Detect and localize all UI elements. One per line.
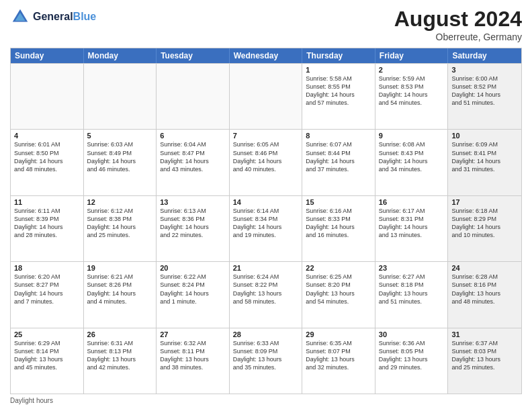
cell-info: Sunrise: 6:00 AM Sunset: 8:52 PM Dayligh…	[451, 75, 518, 107]
header-wednesday: Wednesday	[230, 48, 303, 63]
cell-info: Sunrise: 6:11 AM Sunset: 8:39 PM Dayligh…	[14, 207, 80, 240]
cell-info: Sunrise: 6:22 AM Sunset: 8:24 PM Dayligh…	[160, 273, 226, 306]
day-number: 14	[233, 198, 299, 206]
cell-info: Sunrise: 6:05 AM Sunset: 8:46 PM Dayligh…	[233, 140, 299, 173]
calendar-body: 1Sunrise: 5:58 AM Sunset: 8:55 PM Daylig…	[11, 63, 521, 394]
cell-info: Sunrise: 6:25 AM Sunset: 8:20 PM Dayligh…	[306, 273, 371, 306]
header-thursday: Thursday	[302, 48, 375, 63]
cell-info: Sunrise: 6:13 AM Sunset: 8:36 PM Dayligh…	[160, 207, 226, 240]
day-number: 1	[306, 66, 371, 74]
day-number: 28	[233, 330, 299, 338]
day-number: 21	[233, 264, 299, 272]
logo-text: GeneralBlue	[33, 11, 96, 23]
cal-cell-0-6: 3Sunrise: 6:00 AM Sunset: 8:52 PM Daylig…	[448, 64, 521, 129]
cal-row-2: 11Sunrise: 6:11 AM Sunset: 8:39 PM Dayli…	[11, 195, 521, 261]
cal-cell-3-0: 18Sunrise: 6:20 AM Sunset: 8:27 PM Dayli…	[11, 262, 84, 327]
cal-cell-4-6: 31Sunrise: 6:37 AM Sunset: 8:03 PM Dayli…	[448, 328, 521, 394]
cell-info: Sunrise: 6:35 AM Sunset: 8:07 PM Dayligh…	[306, 339, 371, 372]
cal-cell-1-4: 8Sunrise: 6:07 AM Sunset: 8:44 PM Daylig…	[302, 130, 375, 195]
cal-row-0: 1Sunrise: 5:58 AM Sunset: 8:55 PM Daylig…	[11, 63, 521, 129]
day-number: 2	[379, 66, 445, 74]
cal-cell-1-6: 10Sunrise: 6:09 AM Sunset: 8:41 PM Dayli…	[448, 130, 521, 195]
day-number: 29	[306, 330, 371, 338]
cal-cell-0-4: 1Sunrise: 5:58 AM Sunset: 8:55 PM Daylig…	[302, 64, 375, 129]
cell-info: Sunrise: 6:28 AM Sunset: 8:16 PM Dayligh…	[451, 273, 518, 306]
day-number: 19	[87, 264, 153, 272]
cal-cell-4-5: 30Sunrise: 6:36 AM Sunset: 8:05 PM Dayli…	[375, 328, 449, 394]
day-number: 31	[451, 330, 518, 338]
cal-cell-2-1: 12Sunrise: 6:12 AM Sunset: 8:38 PM Dayli…	[84, 196, 157, 261]
day-number: 4	[14, 132, 80, 140]
cell-info: Sunrise: 6:07 AM Sunset: 8:44 PM Dayligh…	[306, 140, 371, 173]
cal-cell-2-5: 16Sunrise: 6:17 AM Sunset: 8:31 PM Dayli…	[375, 196, 449, 261]
cal-cell-3-4: 22Sunrise: 6:25 AM Sunset: 8:20 PM Dayli…	[302, 262, 375, 327]
header-saturday: Saturday	[448, 48, 521, 63]
day-number: 13	[160, 198, 226, 206]
cal-cell-3-2: 20Sunrise: 6:22 AM Sunset: 8:24 PM Dayli…	[157, 262, 230, 327]
cal-row-4: 25Sunrise: 6:29 AM Sunset: 8:14 PM Dayli…	[11, 328, 521, 394]
day-number: 20	[160, 264, 226, 272]
cal-cell-0-0	[11, 64, 84, 129]
day-number: 11	[14, 198, 80, 206]
cal-cell-0-5: 2Sunrise: 5:59 AM Sunset: 8:53 PM Daylig…	[375, 64, 449, 129]
cell-info: Sunrise: 6:32 AM Sunset: 8:11 PM Dayligh…	[160, 339, 226, 372]
title-block: August 2024 Oberreute, Germany	[394, 7, 522, 42]
header-sunday: Sunday	[11, 48, 84, 63]
location: Oberreute, Germany	[394, 32, 522, 42]
day-number: 15	[306, 198, 371, 206]
month-year: August 2024	[394, 7, 522, 32]
cal-cell-2-4: 15Sunrise: 6:16 AM Sunset: 8:33 PM Dayli…	[302, 196, 375, 261]
header: GeneralBlue August 2024 Oberreute, Germa…	[10, 7, 522, 42]
cal-cell-0-2	[157, 64, 230, 129]
cell-info: Sunrise: 5:58 AM Sunset: 8:55 PM Dayligh…	[306, 75, 371, 107]
day-number: 5	[87, 132, 153, 140]
header-friday: Friday	[375, 48, 449, 63]
cal-cell-1-0: 4Sunrise: 6:01 AM Sunset: 8:50 PM Daylig…	[11, 130, 84, 195]
cal-cell-3-3: 21Sunrise: 6:24 AM Sunset: 8:22 PM Dayli…	[230, 262, 303, 327]
cal-cell-3-5: 23Sunrise: 6:27 AM Sunset: 8:18 PM Dayli…	[375, 262, 449, 327]
cal-row-3: 18Sunrise: 6:20 AM Sunset: 8:27 PM Dayli…	[11, 261, 521, 327]
cell-info: Sunrise: 6:20 AM Sunset: 8:27 PM Dayligh…	[14, 273, 80, 306]
cal-cell-2-3: 14Sunrise: 6:14 AM Sunset: 8:34 PM Dayli…	[230, 196, 303, 261]
cell-info: Sunrise: 6:14 AM Sunset: 8:34 PM Dayligh…	[233, 207, 299, 240]
day-number: 7	[233, 132, 299, 140]
cal-cell-4-1: 26Sunrise: 6:31 AM Sunset: 8:13 PM Dayli…	[84, 328, 157, 394]
day-number: 9	[379, 132, 445, 140]
cal-cell-1-1: 5Sunrise: 6:03 AM Sunset: 8:49 PM Daylig…	[84, 130, 157, 195]
calendar-header: Sunday Monday Tuesday Wednesday Thursday…	[11, 48, 521, 63]
logo-icon	[10, 7, 30, 27]
cell-info: Sunrise: 6:03 AM Sunset: 8:49 PM Dayligh…	[87, 140, 153, 173]
cal-cell-4-4: 29Sunrise: 6:35 AM Sunset: 8:07 PM Dayli…	[302, 328, 375, 394]
cell-info: Sunrise: 6:17 AM Sunset: 8:31 PM Dayligh…	[379, 207, 445, 240]
day-number: 16	[379, 198, 445, 206]
cal-cell-2-0: 11Sunrise: 6:11 AM Sunset: 8:39 PM Dayli…	[11, 196, 84, 261]
calendar: Sunday Monday Tuesday Wednesday Thursday…	[10, 48, 522, 394]
footer-note: Daylight hours	[10, 397, 522, 404]
cell-info: Sunrise: 6:29 AM Sunset: 8:14 PM Dayligh…	[14, 339, 80, 372]
logo: GeneralBlue	[10, 7, 96, 27]
cell-info: Sunrise: 6:18 AM Sunset: 8:29 PM Dayligh…	[451, 207, 518, 240]
cell-info: Sunrise: 6:08 AM Sunset: 8:43 PM Dayligh…	[379, 140, 445, 173]
day-number: 18	[14, 264, 80, 272]
day-number: 6	[160, 132, 226, 140]
cell-info: Sunrise: 6:01 AM Sunset: 8:50 PM Dayligh…	[14, 140, 80, 173]
cal-cell-1-3: 7Sunrise: 6:05 AM Sunset: 8:46 PM Daylig…	[230, 130, 303, 195]
page: GeneralBlue August 2024 Oberreute, Germa…	[0, 0, 532, 411]
cal-cell-2-2: 13Sunrise: 6:13 AM Sunset: 8:36 PM Dayli…	[157, 196, 230, 261]
header-tuesday: Tuesday	[157, 48, 230, 63]
cal-row-1: 4Sunrise: 6:01 AM Sunset: 8:50 PM Daylig…	[11, 129, 521, 195]
cal-cell-0-3	[230, 64, 303, 129]
cal-cell-1-5: 9Sunrise: 6:08 AM Sunset: 8:43 PM Daylig…	[375, 130, 449, 195]
cal-cell-3-1: 19Sunrise: 6:21 AM Sunset: 8:26 PM Dayli…	[84, 262, 157, 327]
cell-info: Sunrise: 6:09 AM Sunset: 8:41 PM Dayligh…	[451, 140, 518, 173]
cal-cell-1-2: 6Sunrise: 6:04 AM Sunset: 8:47 PM Daylig…	[157, 130, 230, 195]
day-number: 22	[306, 264, 371, 272]
cal-cell-4-0: 25Sunrise: 6:29 AM Sunset: 8:14 PM Dayli…	[11, 328, 84, 394]
header-monday: Monday	[84, 48, 157, 63]
day-number: 3	[451, 66, 518, 74]
cell-info: Sunrise: 6:33 AM Sunset: 8:09 PM Dayligh…	[233, 339, 299, 372]
day-number: 12	[87, 198, 153, 206]
cal-cell-3-6: 24Sunrise: 6:28 AM Sunset: 8:16 PM Dayli…	[448, 262, 521, 327]
day-number: 30	[379, 330, 445, 338]
day-number: 8	[306, 132, 371, 140]
